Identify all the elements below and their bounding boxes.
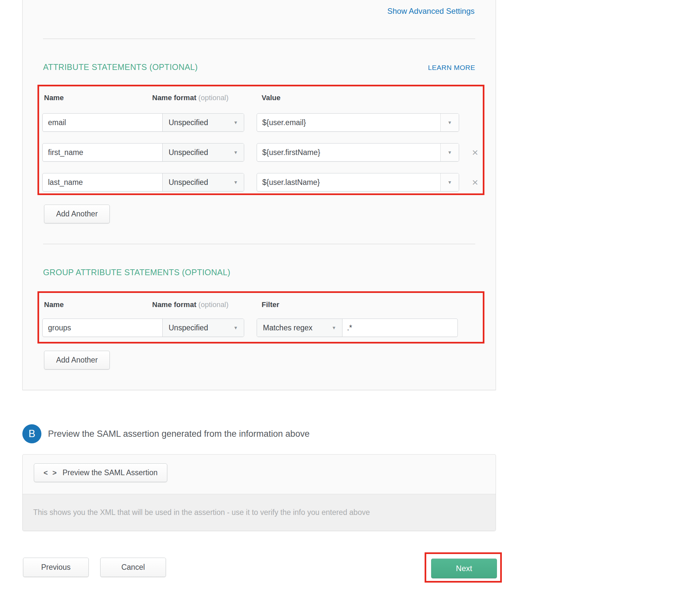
preview-help-strip: This shows you the XML that will be used… — [23, 494, 496, 531]
chevron-down-icon: ▼ — [233, 180, 238, 185]
group-attribute-row-groups: Unspecified ▼ Matches regex ▼ — [42, 318, 479, 337]
chevron-down-icon: ▼ — [448, 150, 452, 155]
column-header-value: Value — [261, 94, 280, 102]
attribute-value-field: ▼ — [257, 143, 459, 162]
column-header-name-format: Name format (optional) — [152, 94, 228, 102]
name-format-value: Unspecified — [169, 118, 208, 127]
attribute-statements-highlight-box: Name Name format (optional) Value Unspec… — [38, 85, 484, 195]
group-attribute-name-input[interactable] — [43, 319, 162, 337]
group-attribute-statements-highlight-box: Name Name format (optional) Filter Unspe… — [38, 291, 484, 343]
add-another-group-attribute-button[interactable]: Add Another — [44, 351, 110, 369]
attribute-value-input[interactable] — [257, 144, 441, 161]
name-format-dropdown[interactable]: Unspecified ▼ — [162, 144, 244, 161]
next-button[interactable]: Next — [431, 558, 497, 578]
column-header-name: Name — [44, 94, 64, 102]
column-header-name: Name — [44, 301, 64, 309]
name-and-format-field: Unspecified ▼ — [42, 113, 244, 132]
optional-hint: (optional) — [199, 94, 229, 102]
filter-type-value: Matches regex — [263, 323, 312, 332]
chevron-down-icon: ▼ — [332, 325, 336, 330]
group-attribute-statements-title: GROUP ATTRIBUTE STATEMENTS (OPTIONAL) — [43, 268, 230, 277]
name-format-value: Unspecified — [169, 178, 208, 187]
preview-help-text: This shows you the XML that will be used… — [33, 508, 370, 517]
name-and-format-field: Unspecified ▼ — [42, 173, 244, 191]
attribute-name-input[interactable] — [43, 144, 162, 161]
attribute-value-input[interactable] — [257, 174, 441, 191]
value-dropdown-toggle[interactable]: ▼ — [441, 174, 459, 191]
saml-settings-page: Show Advanced Settings ATTRIBUTE STATEME… — [0, 0, 700, 599]
preview-saml-assertion-button[interactable]: < > Preview the SAML Assertion — [34, 463, 167, 482]
name-format-value: Unspecified — [169, 148, 208, 157]
cancel-button[interactable]: Cancel — [100, 557, 166, 577]
attribute-row-email: Unspecified ▼ ▼ — [42, 113, 479, 132]
section-divider — [43, 38, 475, 39]
chevron-down-icon: ▼ — [448, 120, 452, 125]
name-format-dropdown[interactable]: Unspecified ▼ — [162, 114, 244, 131]
show-advanced-settings-link[interactable]: Show Advanced Settings — [387, 6, 475, 16]
attribute-statements-title: ATTRIBUTE STATEMENTS (OPTIONAL) — [43, 62, 198, 72]
add-another-attribute-button[interactable]: Add Another — [44, 205, 110, 223]
attribute-row-last-name: Unspecified ▼ ▼ × — [42, 173, 479, 191]
learn-more-link[interactable]: LEARN MORE — [428, 64, 475, 72]
step-b-badge: B — [22, 424, 42, 443]
next-button-highlight-box: Next — [425, 552, 502, 582]
name-and-format-field: Unspecified ▼ — [42, 143, 244, 162]
name-and-format-field: Unspecified ▼ — [42, 318, 244, 337]
chevron-down-icon: ▼ — [448, 180, 452, 185]
group-filter-field: Matches regex ▼ — [257, 318, 458, 337]
name-format-dropdown[interactable]: Unspecified ▼ — [162, 319, 244, 337]
column-header-name-format: Name format (optional) — [152, 301, 228, 309]
value-dropdown-toggle[interactable]: ▼ — [441, 144, 459, 161]
saml-attributes-panel: Show Advanced Settings ATTRIBUTE STATEME… — [22, 0, 496, 390]
name-format-value: Unspecified — [169, 323, 208, 332]
value-dropdown-toggle[interactable]: ▼ — [441, 114, 459, 131]
remove-row-icon[interactable]: × — [472, 177, 478, 187]
filter-value-input[interactable] — [343, 319, 457, 337]
remove-row-icon[interactable]: × — [472, 147, 478, 158]
attribute-name-input[interactable] — [43, 114, 162, 131]
chevron-down-icon: ▼ — [233, 150, 238, 155]
attribute-value-field: ▼ — [257, 113, 459, 132]
section-divider — [43, 244, 475, 244]
preview-section-title: Preview the SAML assertion generated fro… — [48, 429, 309, 439]
name-format-dropdown[interactable]: Unspecified ▼ — [162, 174, 244, 191]
preview-button-label: Preview the SAML Assertion — [62, 468, 157, 477]
filter-type-dropdown[interactable]: Matches regex ▼ — [257, 319, 343, 337]
code-icon: < > — [43, 469, 58, 477]
attribute-name-input[interactable] — [43, 174, 162, 191]
chevron-down-icon: ▼ — [233, 120, 238, 125]
optional-hint: (optional) — [199, 301, 229, 309]
attribute-value-field: ▼ — [257, 173, 459, 191]
saml-preview-panel: < > Preview the SAML Assertion This show… — [22, 454, 496, 531]
chevron-down-icon: ▼ — [233, 325, 238, 330]
attribute-value-input[interactable] — [257, 114, 441, 131]
attribute-row-first-name: Unspecified ▼ ▼ × — [42, 143, 479, 162]
column-header-filter: Filter — [261, 301, 279, 309]
previous-button[interactable]: Previous — [23, 557, 89, 577]
